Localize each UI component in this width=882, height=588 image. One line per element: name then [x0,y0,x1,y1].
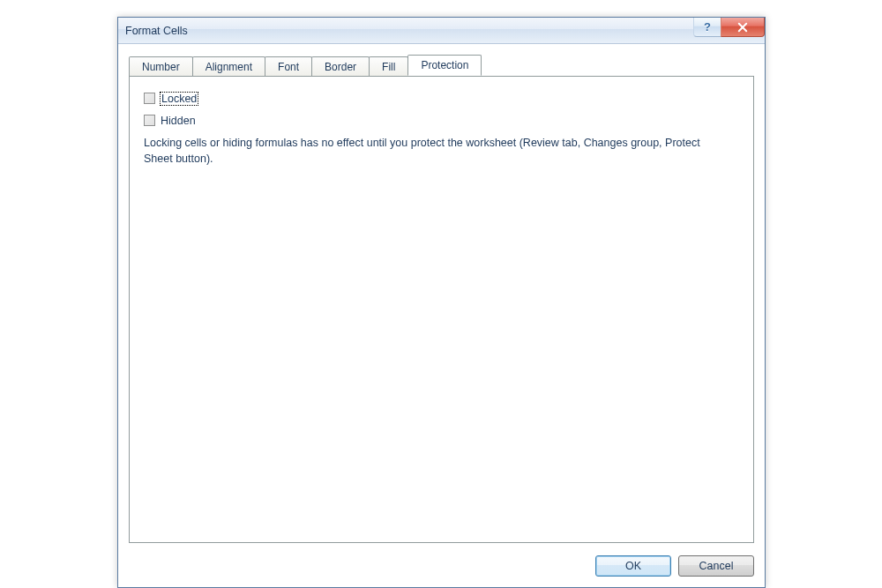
help-icon: ? [704,20,711,33]
dialog-footer: OK Cancel [595,555,754,577]
tab-label: Font [278,61,299,73]
titlebar: Format Cells ? [118,18,765,44]
hidden-row: Hidden [144,111,739,130]
tab-font[interactable]: Font [265,56,312,76]
dialog-body: Number Alignment Font Border Fill Protec… [129,55,754,543]
tab-protection[interactable]: Protection [407,55,482,76]
tab-label: Protection [421,59,468,71]
dialog-title: Format Cells [125,25,188,37]
tab-label: Fill [382,61,395,73]
close-button[interactable] [721,18,765,37]
locked-checkbox[interactable] [144,93,155,104]
tab-alignment[interactable]: Alignment [192,56,265,76]
ok-button[interactable]: OK [595,555,671,577]
button-label: OK [625,560,641,572]
tab-number[interactable]: Number [129,56,193,76]
locked-label: Locked [161,93,198,105]
protection-description: Locking cells or hiding formulas has no … [144,135,708,167]
tab-fill[interactable]: Fill [369,56,408,76]
tab-label: Alignment [206,61,252,73]
cancel-button[interactable]: Cancel [678,555,754,577]
tab-label: Border [325,61,356,73]
tab-border[interactable]: Border [311,56,370,76]
locked-row: Locked [144,89,739,108]
hidden-checkbox[interactable] [144,115,155,126]
help-button[interactable]: ? [693,18,721,37]
tab-row: Number Alignment Font Border Fill Protec… [129,55,754,76]
tab-label: Number [142,61,180,73]
hidden-label: Hidden [161,115,196,127]
button-label: Cancel [699,560,734,572]
protection-panel: Locked Hidden Locking cells or hiding fo… [129,76,754,543]
titlebar-controls: ? [694,18,765,37]
close-icon [737,22,748,33]
format-cells-dialog: Format Cells ? Number Alignment Font [117,17,766,588]
